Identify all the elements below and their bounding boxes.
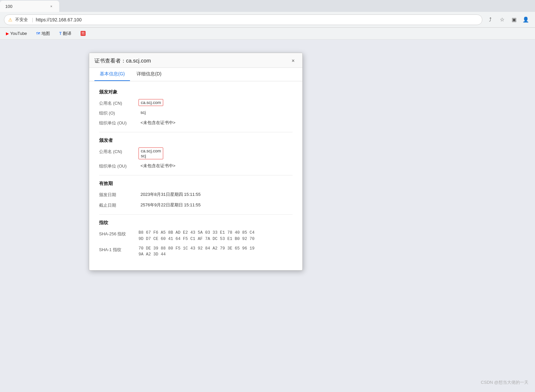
tab-detail-label: 详细信息(D) — [137, 71, 161, 76]
bookmark-maps-label: 地图 — [41, 31, 50, 37]
dialog-body: 颁发对象 公用名 (CN) ca.scj.com 组织 (O) scj 组织单位… — [89, 81, 302, 270]
dialog-overlay: 证书查看者：ca.scj.com × 基本信息(G) 详细信息(D) 颁发对象 … — [0, 39, 535, 392]
sha256-label: SHA-256 指纹 — [99, 230, 139, 237]
validity-section: 有效期 颁发日期 2023年8月31日星期四 15:11:55 截止日期 257… — [99, 181, 293, 209]
issued-to-cn-row: 公用名 (CN) ca.scj.com — [99, 99, 293, 106]
sha256-value: B8 67 F6 A5 8B AD E2 43 5A 03 33 E1 78 4… — [139, 230, 255, 242]
sha1-label: SHA-1 指纹 — [99, 246, 139, 253]
divider-1 — [99, 132, 293, 132]
browser-chrome: 100 × ⚠ 不安全 | https://192.168.67.100 ⤴ ☆… — [0, 0, 535, 39]
bookmark-button[interactable]: ☆ — [497, 14, 507, 25]
sha1-row: SHA-1 指纹 70 DE 39 88 80 F5 1C 43 92 84 A… — [99, 246, 293, 258]
issued-by-ou-row: 组织单位 (OU) <未包含在证书中> — [99, 162, 293, 170]
tab-bar: 100 × — [0, 0, 535, 12]
bookmarks-bar: ▶ YouTube 🗺 地图 T 翻译 简 — [0, 28, 535, 39]
issued-to-title: 颁发对象 — [99, 89, 293, 95]
expiry-date-label: 截止日期 — [99, 201, 139, 208]
issued-to-ou-value: <未包含在证书中> — [139, 119, 177, 127]
profile-button[interactable]: 👤 — [521, 14, 531, 25]
expiry-date-value: 2576年9月22日星期日 15:11:55 — [139, 201, 203, 209]
translate-icon: T — [59, 31, 62, 36]
url-separator: | — [32, 17, 33, 22]
address-bar[interactable]: ⚠ 不安全 | https://192.168.67.100 — [4, 14, 482, 25]
browser-actions: ⤴ ☆ ▣ 👤 — [485, 14, 531, 25]
issued-by-title: 颁发者 — [99, 138, 293, 144]
issued-to-o-value: scj — [139, 109, 148, 116]
tab-label: 100 — [5, 4, 13, 9]
validity-title: 有效期 — [99, 181, 293, 187]
issued-by-cn-row: 公用名 (CN) ca.scj.com scj — [99, 147, 293, 159]
issue-date-value: 2023年8月31日星期四 15:11:55 — [139, 191, 203, 198]
bookmark-youtube-label: YouTube — [10, 31, 27, 36]
insecure-label: 不安全 — [15, 17, 28, 23]
share-button[interactable]: ⤴ — [485, 14, 496, 25]
tab-basic-info[interactable]: 基本信息(G) — [94, 68, 130, 81]
dialog-titlebar: 证书查看者：ca.scj.com × — [89, 53, 302, 68]
issued-to-o-label: 组织 (O) — [99, 109, 139, 116]
tab-detail-info[interactable]: 详细信息(D) — [131, 68, 166, 81]
address-bar-row: ⚠ 不安全 | https://192.168.67.100 ⤴ ☆ ▣ 👤 — [0, 12, 535, 28]
tab-basic-label: 基本信息(G) — [100, 71, 125, 76]
issued-by-cn-value: ca.scj.com scj — [139, 147, 163, 159]
dialog-close-button[interactable]: × — [289, 57, 297, 65]
divider-3 — [99, 214, 293, 215]
issue-date-label: 颁发日期 — [99, 191, 139, 198]
fingerprint-title: 指纹 — [99, 220, 293, 226]
url-text: https://192.168.67.100 — [36, 17, 82, 22]
tab-close-btn[interactable]: × — [49, 4, 54, 9]
issued-to-ou-label: 组织单位 (OU) — [99, 119, 139, 126]
youtube-icon: ▶ — [6, 31, 9, 36]
issued-to-cn-value: ca.scj.com — [139, 99, 163, 106]
issue-date-row: 颁发日期 2023年8月31日星期四 15:11:55 — [99, 191, 293, 198]
maps-icon: 🗺 — [36, 31, 40, 36]
issued-to-ou-row: 组织单位 (OU) <未包含在证书中> — [99, 119, 293, 127]
issued-to-o-row: 组织 (O) scj — [99, 109, 293, 116]
sha256-row: SHA-256 指纹 B8 67 F6 A5 8B AD E2 43 5A 03… — [99, 230, 293, 242]
issued-by-section: 颁发者 公用名 (CN) ca.scj.com scj 组织单位 (OU) <未… — [99, 138, 293, 170]
bookmark4-icon: 简 — [81, 31, 86, 36]
bookmark-maps[interactable]: 🗺 地图 — [34, 30, 52, 37]
browser-tab[interactable]: 100 × — [0, 1, 59, 12]
bookmark-4[interactable]: 简 — [79, 30, 88, 37]
dialog-tabs: 基本信息(G) 详细信息(D) — [89, 68, 302, 81]
bookmark-translate-label: 翻译 — [63, 31, 71, 37]
sidebar-button[interactable]: ▣ — [509, 14, 519, 25]
certificate-dialog: 证书查看者：ca.scj.com × 基本信息(G) 详细信息(D) 颁发对象 … — [89, 53, 303, 271]
sha1-value: 70 DE 39 88 80 F5 1C 43 92 84 A2 79 3E 6… — [139, 246, 255, 258]
issued-by-cn-label: 公用名 (CN) — [99, 147, 139, 155]
issued-to-cn-label: 公用名 (CN) — [99, 99, 139, 106]
issued-by-ou-label: 组织单位 (OU) — [99, 162, 139, 169]
warning-icon: ⚠ — [8, 17, 13, 22]
bookmark-youtube[interactable]: ▶ YouTube — [4, 30, 29, 37]
fingerprint-section: 指纹 SHA-256 指纹 B8 67 F6 A5 8B AD E2 43 5A… — [99, 220, 293, 258]
issued-by-ou-value: <未包含在证书中> — [139, 162, 177, 170]
dialog-title: 证书查看者：ca.scj.com — [94, 58, 151, 65]
divider-2 — [99, 175, 293, 175]
bookmark-translate[interactable]: T 翻译 — [57, 30, 73, 37]
issued-to-section: 颁发对象 公用名 (CN) ca.scj.com 组织 (O) scj 组织单位… — [99, 89, 293, 127]
expiry-date-row: 截止日期 2576年9月22日星期日 15:11:55 — [99, 201, 293, 209]
